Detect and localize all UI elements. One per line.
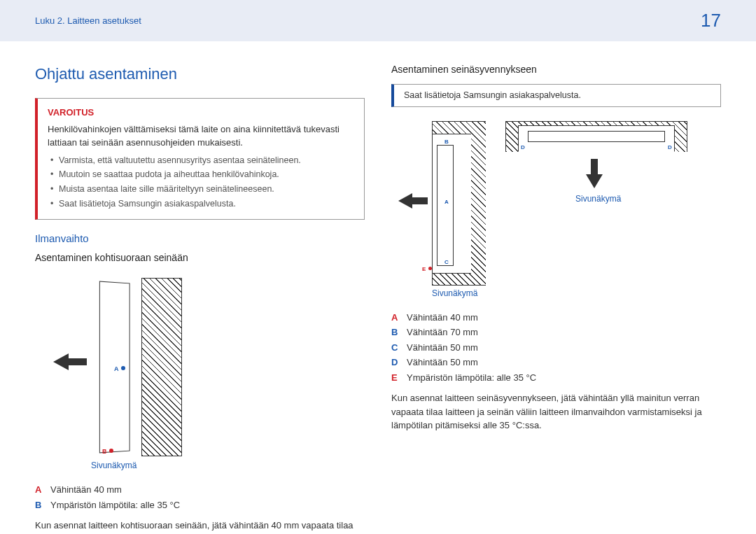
info-box: Saat lisätietoja Samsungin asiakaspalvel… xyxy=(391,84,721,107)
marker-d: D xyxy=(668,143,672,152)
legend-2: A Vähintään 40 mm B Vähintään 70 mm C Vä… xyxy=(391,311,721,385)
breadcrumb: Luku 2. Laitteen asetukset xyxy=(35,14,141,28)
legend-text: Vähintään 50 mm xyxy=(407,356,478,370)
figure-recess: B A C E Sivunäkymä D D Sivunäkymä xyxy=(391,115,721,305)
warning-box: VAROITUS Henkilövahinkojen välttämiseksi… xyxy=(35,98,365,220)
warning-item: Muista asentaa laite sille määriteltyyn … xyxy=(50,183,354,196)
arrow-left-icon xyxy=(398,193,412,209)
left-column: Ohjattu asentaminen VAROITUS Henkilövahi… xyxy=(35,62,365,534)
legend-row: C Vähintään 50 mm xyxy=(391,341,721,355)
legend-row: A Vähintään 40 mm xyxy=(35,483,365,497)
subsection-perpendicular: Asentaminen kohtisuoraan seinään xyxy=(35,251,365,265)
legend-key-d: D xyxy=(391,356,401,370)
legend-row: E Ympäristön lämpötila: alle 35 °C xyxy=(391,371,721,385)
warning-item: Saat lisätietoja Samsungin asiakaspalvel… xyxy=(50,197,354,211)
marker-a: A xyxy=(444,198,449,206)
diagram-recess-side: B A C E xyxy=(398,121,486,286)
legend-key-a: A xyxy=(391,311,401,325)
legend-text: Vähintään 70 mm xyxy=(407,325,478,339)
wall-hatch xyxy=(141,278,182,456)
body-text-1: Kun asennat laitteen kohtisuoraan seinää… xyxy=(35,519,365,534)
marker-e: E xyxy=(422,265,426,274)
recess-top-panel xyxy=(528,131,665,142)
info-text: Saat lisätietoja Samsungin asiakaspalvel… xyxy=(404,90,581,100)
legend-text: Vähintään 50 mm xyxy=(407,341,478,355)
page-title: Ohjattu asentaminen xyxy=(35,62,365,85)
legend-key-a: A xyxy=(35,483,45,497)
warning-item: Muutoin se saattaa pudota ja aiheuttaa h… xyxy=(50,168,354,181)
legend-key-c: C xyxy=(391,341,401,355)
marker-b: B xyxy=(102,447,107,457)
warning-item: Varmista, että valtuutettu asennusyritys… xyxy=(50,154,354,167)
legend-row: B Vähintään 70 mm xyxy=(391,325,721,339)
caption-side-view: Sivunäkymä xyxy=(91,459,365,472)
caption-side-view: Sivunäkymä xyxy=(575,192,621,205)
warning-list: Varmista, että valtuutettu asennusyritys… xyxy=(48,154,354,211)
diagram-side-view-1: A B xyxy=(49,278,182,456)
subsection-recess: Asentaminen seinäsyvennykseen xyxy=(391,62,721,77)
marker-b: B xyxy=(444,138,449,146)
section-ventilation: Ilmanvaihto xyxy=(35,231,365,247)
right-column: Asentaminen seinäsyvennykseen Saat lisät… xyxy=(391,62,721,534)
warning-title: VAROITUS xyxy=(48,106,354,120)
legend-text: Vähintään 40 mm xyxy=(50,483,122,497)
body-text-2: Kun asennat laitteen seinäsyvennykseen, … xyxy=(391,391,721,433)
marker-a: A xyxy=(114,365,119,374)
legend-text: Ympäristön lämpötila: alle 35 °C xyxy=(50,498,180,512)
diagram-recess-top: D D Sivunäkymä xyxy=(505,121,687,198)
legend-key-b: B xyxy=(391,325,401,339)
caption-side-view: Sivunäkymä xyxy=(432,287,486,300)
legend-row: A Vähintään 40 mm xyxy=(391,311,721,325)
marker-c: C xyxy=(444,258,449,267)
legend-key-e: E xyxy=(391,371,401,385)
page-number: 17 xyxy=(701,7,721,34)
legend-row: B Ympäristön lämpötila: alle 35 °C xyxy=(35,498,365,512)
diagram-recess-side-wrap: B A C E Sivunäkymä xyxy=(398,121,486,300)
legend-row: D Vähintään 50 mm xyxy=(391,356,721,370)
marker-d: D xyxy=(521,143,525,152)
content-area: Ohjattu asentaminen VAROITUS Henkilövahi… xyxy=(0,41,756,534)
legend-text: Ympäristön lämpötila: alle 35 °C xyxy=(407,371,536,385)
page-header: Luku 2. Laitteen asetukset 17 xyxy=(0,0,756,41)
figure-perpendicular: A B Sivunäkymä xyxy=(35,272,365,477)
warning-intro: Henkilövahinkojen välttämiseksi tämä lai… xyxy=(48,122,354,150)
arrow-left-icon xyxy=(53,353,69,370)
legend-text: Vähintään 40 mm xyxy=(407,311,478,325)
legend-key-b: B xyxy=(35,498,45,512)
arrow-down-icon xyxy=(591,159,598,174)
legend-1: A Vähintään 40 mm B Ympäristön lämpötila… xyxy=(35,483,365,512)
